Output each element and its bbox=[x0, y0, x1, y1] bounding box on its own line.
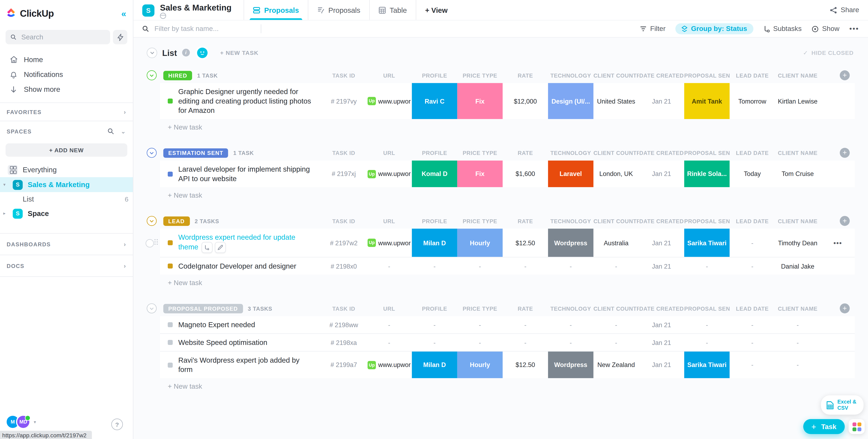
spaces-search-icon[interactable] bbox=[107, 128, 114, 134]
show-button[interactable]: Show bbox=[811, 25, 839, 33]
cell-proposal-sent[interactable]: Amit Tank bbox=[684, 83, 730, 119]
task-row[interactable]: Wordpress expert needed for update theme… bbox=[160, 228, 855, 257]
cell-lead-date[interactable]: - bbox=[730, 228, 775, 257]
cell-date-created[interactable]: Jan 21 bbox=[639, 228, 684, 257]
clickup-logo[interactable]: ClickUp bbox=[6, 8, 54, 20]
cell-url[interactable]: Upwww.upwor bbox=[367, 228, 412, 257]
cell-client-name[interactable]: Danial Jake bbox=[775, 257, 820, 275]
cell-lead-date[interactable]: - bbox=[730, 351, 775, 378]
help-button[interactable]: ? bbox=[111, 418, 123, 430]
hide-closed-toggle[interactable]: ✓ HIDE CLOSED bbox=[803, 49, 854, 56]
cell-url[interactable]: - bbox=[367, 334, 412, 351]
cell-lead-date[interactable]: Tomorrow bbox=[730, 83, 775, 119]
row-more-button[interactable]: ••• bbox=[834, 239, 842, 247]
column-header-technology[interactable]: TECHNOLOGY bbox=[548, 218, 593, 224]
automations-button[interactable] bbox=[113, 30, 127, 44]
cell-technology[interactable]: - bbox=[548, 257, 593, 275]
sidebar-item-sales-marketing[interactable]: ▾ S Sales & Marketing bbox=[0, 177, 133, 192]
cell-date-created[interactable]: Jan 21 bbox=[639, 334, 684, 351]
column-header-task-id[interactable]: TASK ID bbox=[321, 218, 367, 224]
status-square-icon[interactable] bbox=[168, 263, 173, 269]
column-header-url[interactable]: URL bbox=[367, 218, 412, 224]
column-header-client-name[interactable]: CLIENT NAME bbox=[775, 150, 820, 156]
column-header-client-country[interactable]: CLIENT COUNTRY bbox=[593, 72, 639, 79]
cell-technology[interactable]: - bbox=[548, 334, 593, 351]
cell-client-country[interactable]: New Zealand bbox=[593, 351, 639, 378]
cell-client-name[interactable]: Kirtlan Lewise bbox=[775, 83, 820, 119]
status-square-icon[interactable] bbox=[168, 240, 173, 245]
excel-csv-export-button[interactable]: Excel &CSV bbox=[821, 395, 864, 415]
column-header-profile[interactable]: PROFILE bbox=[412, 72, 457, 79]
sidebar-item-notifications[interactable]: Notifications bbox=[4, 67, 128, 82]
sidebar-item-show-more[interactable]: Show more bbox=[4, 82, 128, 97]
cell-client-name[interactable]: - bbox=[775, 316, 820, 333]
caret-down-icon[interactable]: ▾ bbox=[3, 182, 8, 187]
column-header-profile[interactable]: PROFILE bbox=[412, 150, 457, 156]
column-header-date-created[interactable]: DATE CREATED bbox=[639, 305, 684, 312]
add-new-task-row[interactable]: + New task bbox=[168, 382, 855, 390]
cell-client-country[interactable]: - bbox=[593, 257, 639, 275]
cell-client-country[interactable]: United States bbox=[593, 83, 639, 119]
column-header-technology[interactable]: TECHNOLOGY bbox=[548, 72, 593, 79]
add-task-button[interactable]: + Task bbox=[803, 419, 845, 434]
status-square-icon[interactable] bbox=[168, 362, 173, 367]
cell-lead-date[interactable]: - bbox=[730, 334, 775, 351]
status-square-icon[interactable] bbox=[168, 171, 173, 177]
add-column-button[interactable]: + bbox=[840, 148, 850, 158]
column-header-rate[interactable]: RATE bbox=[503, 150, 548, 156]
automation-bot-icon[interactable] bbox=[197, 47, 208, 58]
cell-technology[interactable]: Wordpress bbox=[548, 228, 593, 257]
cell-client-name[interactable]: Timothy Dean bbox=[775, 228, 820, 257]
drag-handle-icon[interactable] bbox=[155, 239, 158, 245]
cell-rate[interactable]: $12.50 bbox=[503, 228, 548, 257]
status-badge[interactable]: HIRED bbox=[163, 70, 192, 80]
column-header-technology[interactable]: TECHNOLOGY bbox=[548, 150, 593, 156]
cell-lead-date[interactable]: Today bbox=[730, 160, 775, 187]
add-subtask-button[interactable] bbox=[202, 242, 213, 253]
cell-client-name[interactable]: - bbox=[775, 334, 820, 351]
docs-section-header[interactable]: DOCS› bbox=[0, 255, 133, 276]
cell-task-id[interactable]: # 2198xa bbox=[321, 334, 367, 351]
task-row[interactable]: Ravi's Wordpress expert job added by for… bbox=[160, 351, 855, 378]
column-header-client-country[interactable]: CLIENT COUNTRY bbox=[593, 150, 639, 156]
collapse-group-icon[interactable] bbox=[147, 216, 157, 226]
task-row[interactable]: Laravel developer for implement shipping… bbox=[160, 160, 855, 187]
edit-pencil-button[interactable] bbox=[215, 242, 226, 253]
add-new-task-row[interactable]: + New task bbox=[168, 192, 855, 199]
cell-date-created[interactable]: Jan 21 bbox=[639, 351, 684, 378]
sidebar-search-input[interactable] bbox=[20, 33, 105, 41]
cell-proposal-sent[interactable]: - bbox=[684, 257, 730, 275]
column-header-price-type[interactable]: PRICE TYPE bbox=[457, 305, 503, 312]
collapse-list-icon[interactable] bbox=[147, 47, 157, 58]
collapse-group-icon[interactable] bbox=[147, 70, 157, 80]
status-badge[interactable]: LEAD bbox=[163, 216, 190, 226]
cell-rate[interactable]: - bbox=[503, 257, 548, 275]
add-column-button[interactable]: + bbox=[840, 70, 850, 80]
column-header-profile[interactable]: PROFILE bbox=[412, 218, 457, 224]
cell-technology[interactable]: - bbox=[548, 316, 593, 333]
column-header-price-type[interactable]: PRICE TYPE bbox=[457, 150, 503, 156]
cell-lead-date[interactable]: - bbox=[730, 257, 775, 275]
column-header-lead-date[interactable]: LEAD DATE bbox=[730, 150, 775, 156]
column-header-rate[interactable]: RATE bbox=[503, 305, 548, 312]
column-header-proposal-sen[interactable]: PROPOSAL SEN... bbox=[684, 305, 730, 312]
task-name[interactable]: Magneto Expert needed bbox=[178, 320, 255, 330]
dashboards-section-header[interactable]: DASHBOARDS› bbox=[0, 234, 133, 255]
add-column-button[interactable]: + bbox=[840, 304, 850, 313]
task-name[interactable]: Website Speed optimisation bbox=[178, 338, 267, 347]
cell-date-created[interactable]: Jan 21 bbox=[639, 257, 684, 275]
tab-proposals-list[interactable]: Proposals bbox=[244, 0, 308, 20]
cell-task-id[interactable]: # 2198x0 bbox=[321, 257, 367, 275]
column-header-proposal-sen[interactable]: PROPOSAL SEN... bbox=[684, 150, 730, 156]
column-header-lead-date[interactable]: LEAD DATE bbox=[730, 305, 775, 312]
avatar[interactable]: MD bbox=[16, 415, 31, 429]
cell-price-type[interactable]: Fix bbox=[457, 83, 503, 119]
cell-date-created[interactable]: Jan 21 bbox=[639, 316, 684, 333]
column-header-client-name[interactable]: CLIENT NAME bbox=[775, 72, 820, 79]
cell-technology[interactable]: Laravel bbox=[548, 160, 593, 187]
cell-technology[interactable]: Wordpress bbox=[548, 351, 593, 378]
cell-url[interactable]: Upwww.upwor bbox=[367, 83, 412, 119]
cell-technology[interactable]: Design (UI/... bbox=[548, 83, 593, 119]
add-new-space-button[interactable]: + ADD NEW bbox=[6, 144, 127, 157]
column-header-proposal-sen[interactable]: PROPOSAL SEN... bbox=[684, 218, 730, 224]
